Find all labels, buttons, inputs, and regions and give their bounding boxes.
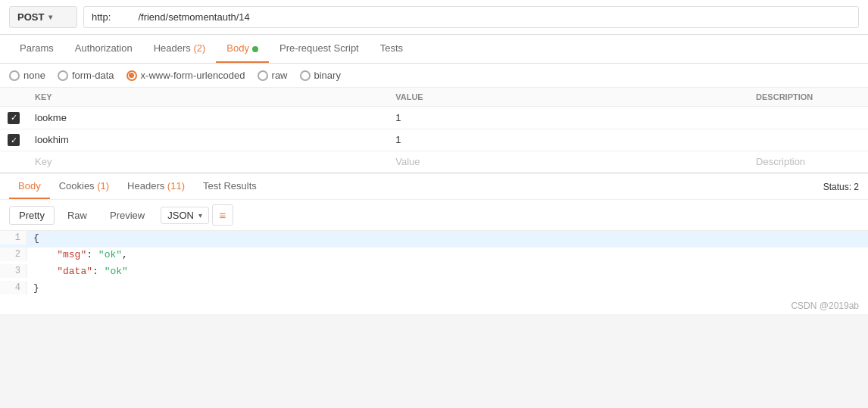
table-row: ✓ lookme 1 — [0, 107, 868, 129]
line-num-3: 3 — [0, 264, 27, 278]
line-num-1: 1 — [0, 231, 27, 244]
tab-tests[interactable]: Tests — [370, 35, 414, 63]
status-bar: Status: 2 — [823, 176, 859, 198]
btn-raw[interactable]: Raw — [58, 206, 97, 225]
code-area: 1 { 2 "msg": "ok", 3 "data": "ok" 4 } — [0, 231, 868, 297]
code-line-3: 3 "data": "ok" — [0, 264, 868, 281]
btn-pretty[interactable]: Pretty — [9, 206, 55, 225]
radio-circle-none — [9, 70, 20, 81]
radio-raw[interactable]: raw — [258, 70, 288, 81]
request-tabs: Params Authorization Headers (2) Body Pr… — [0, 35, 868, 64]
wrap-icon: ≡ — [220, 209, 226, 222]
line-content-3: "data": "ok" — [27, 264, 134, 279]
row2-checkbox[interactable]: ✓ — [8, 134, 20, 146]
table-row-empty: Key Value Description — [0, 151, 868, 173]
response-section: Body Cookies (1) Headers (11) Test Resul… — [0, 173, 868, 314]
line-num-2: 2 — [0, 248, 27, 261]
params-table: KEY VALUE DESCRIPTION ✓ lookme 1 ✓ lookh… — [0, 88, 868, 173]
tab-headers[interactable]: Headers (2) — [143, 35, 217, 63]
col-check — [0, 88, 27, 107]
row1-value[interactable]: 1 — [388, 107, 748, 129]
radio-x-www-form-urlencoded[interactable]: x-www-form-urlencoded — [126, 70, 245, 81]
radio-form-data[interactable]: form-data — [58, 70, 114, 81]
line-content-4: } — [27, 281, 45, 295]
code-line-2: 2 "msg": "ok", — [0, 248, 868, 264]
row1-desc[interactable] — [748, 107, 868, 129]
radio-circle-raw — [258, 70, 268, 81]
app-container: POST ▾ Params Authorization Headers (2) … — [0, 0, 868, 408]
chevron-down-icon: ▾ — [48, 13, 52, 21]
empty-desc[interactable]: Description — [748, 151, 868, 173]
response-tabs: Body Cookies (1) Headers (11) Test Resul… — [0, 174, 868, 200]
col-desc-header: DESCRIPTION — [748, 88, 868, 107]
tab-pre-request[interactable]: Pre-request Script — [269, 35, 370, 63]
radio-none[interactable]: none — [9, 70, 45, 81]
table-row: ✓ lookhim 1 — [0, 129, 868, 151]
radio-circle-form-data — [58, 70, 68, 81]
empty-value[interactable]: Value — [388, 151, 748, 173]
radio-binary[interactable]: binary — [300, 70, 341, 81]
method-label: POST — [17, 11, 44, 23]
radio-circle-x-www — [126, 70, 137, 81]
row2-value[interactable]: 1 — [388, 129, 748, 151]
col-key-header: KEY — [27, 88, 388, 107]
watermark: CSDN @2019ab — [0, 297, 868, 314]
row2-desc[interactable] — [748, 129, 868, 151]
body-type-bar: none form-data x-www-form-urlencoded raw… — [0, 64, 868, 88]
wrap-btn[interactable]: ≡ — [212, 204, 233, 226]
tab-params[interactable]: Params — [9, 35, 64, 63]
method-dropdown[interactable]: POST ▾ — [9, 6, 77, 28]
resp-tab-test-results[interactable]: Test Results — [194, 174, 266, 199]
code-line-1: 1 { — [0, 231, 868, 248]
tab-body[interactable]: Body — [216, 35, 269, 63]
resp-tab-cookies[interactable]: Cookies (1) — [50, 174, 118, 199]
code-toolbar: Pretty Raw Preview JSON ▾ ≡ — [0, 200, 868, 231]
resp-tab-headers[interactable]: Headers (11) — [118, 174, 194, 199]
line-num-4: 4 — [0, 281, 27, 294]
url-bar: POST ▾ — [0, 0, 868, 35]
col-value-header: VALUE — [388, 88, 748, 107]
row2-key[interactable]: lookhim — [27, 129, 388, 151]
url-input[interactable] — [83, 6, 859, 28]
resp-tab-body[interactable]: Body — [9, 174, 50, 199]
tab-authorization[interactable]: Authorization — [64, 35, 143, 63]
code-line-4: 4 } — [0, 281, 868, 297]
body-active-dot — [252, 46, 258, 52]
row1-key[interactable]: lookme — [27, 107, 388, 129]
chevron-down-icon: ▾ — [198, 211, 202, 220]
line-content-2: "msg": "ok", — [27, 248, 134, 262]
line-content-1: { — [27, 231, 45, 245]
empty-key[interactable]: Key — [27, 151, 388, 173]
btn-preview[interactable]: Preview — [100, 206, 155, 225]
format-dropdown[interactable]: JSON ▾ — [161, 207, 209, 224]
row1-checkbox[interactable]: ✓ — [8, 112, 20, 124]
radio-circle-binary — [300, 70, 311, 81]
